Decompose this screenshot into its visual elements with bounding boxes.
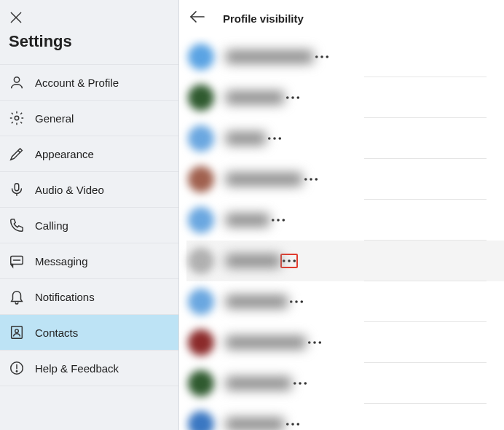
contact-row[interactable] xyxy=(186,77,504,118)
more-icon xyxy=(286,418,300,430)
contact-name xyxy=(226,214,269,227)
svg-point-39 xyxy=(304,382,307,385)
svg-point-17 xyxy=(291,96,294,99)
contacts-icon xyxy=(9,324,25,340)
svg-point-26 xyxy=(277,219,280,222)
sidebar-item-calling[interactable]: Calling xyxy=(0,207,178,243)
svg-point-22 xyxy=(304,178,307,181)
more-button[interactable] xyxy=(306,335,323,350)
svg-point-37 xyxy=(294,382,296,385)
contact-row[interactable] xyxy=(186,241,504,281)
sidebar-item-contacts[interactable]: Contacts xyxy=(0,314,178,350)
avatar xyxy=(188,329,214,356)
contact-row[interactable] xyxy=(186,322,504,363)
more-button[interactable] xyxy=(269,213,287,227)
more-button[interactable] xyxy=(284,417,302,430)
sidebar-item-label: Messaging xyxy=(35,255,88,267)
svg-point-32 xyxy=(295,300,298,303)
gear-icon xyxy=(9,110,25,126)
svg-point-13 xyxy=(315,55,318,58)
close-button[interactable] xyxy=(0,0,178,28)
sidebar-item-messaging[interactable]: Messaging xyxy=(0,243,178,278)
sidebar-item-audio-video[interactable]: Audio & Video xyxy=(0,171,178,207)
contact-row[interactable] xyxy=(186,118,504,159)
svg-point-35 xyxy=(313,341,316,344)
sidebar-item-notifications[interactable]: Notifications xyxy=(0,278,178,314)
back-button[interactable] xyxy=(189,10,205,26)
more-icon xyxy=(307,337,322,348)
svg-point-33 xyxy=(300,300,303,303)
sidebar-item-label: Audio & Video xyxy=(35,184,104,196)
svg-point-19 xyxy=(268,137,271,140)
mic-icon xyxy=(9,181,25,198)
sidebar-item-label: Account & Profile xyxy=(35,77,119,89)
more-button[interactable] xyxy=(302,172,320,187)
svg-point-3 xyxy=(15,116,19,120)
more-icon xyxy=(286,92,300,103)
main-header: Profile visibility xyxy=(179,0,504,36)
sidebar-item-label: Help & Feedback xyxy=(35,362,119,375)
more-button[interactable] xyxy=(266,131,283,146)
contact-name xyxy=(226,132,266,145)
svg-point-29 xyxy=(288,259,291,262)
sidebar-item-label: Notifications xyxy=(35,291,95,303)
more-button[interactable] xyxy=(313,50,331,64)
phone-icon xyxy=(9,217,25,233)
svg-point-30 xyxy=(293,259,296,262)
avatar xyxy=(188,85,214,111)
sidebar-item-appearance[interactable]: Appearance xyxy=(0,136,178,171)
contact-name xyxy=(226,173,302,186)
sidebar-item-general[interactable]: General xyxy=(0,100,178,136)
contact-name xyxy=(226,254,280,267)
back-arrow-icon xyxy=(189,10,205,23)
more-icon xyxy=(282,255,296,267)
svg-point-25 xyxy=(272,219,275,222)
avatar xyxy=(188,289,214,315)
svg-point-42 xyxy=(296,423,299,426)
svg-point-14 xyxy=(320,55,323,58)
contact-name xyxy=(226,418,284,430)
more-button[interactable] xyxy=(280,254,298,268)
contact-name xyxy=(226,50,313,63)
svg-point-38 xyxy=(299,382,302,385)
svg-point-2 xyxy=(14,77,19,82)
sidebar-item-help-feedback[interactable]: Help & Feedback xyxy=(0,350,178,386)
svg-point-21 xyxy=(278,137,281,140)
contact-row[interactable] xyxy=(186,159,504,200)
svg-point-41 xyxy=(291,423,294,426)
account-icon xyxy=(9,74,25,90)
brush-icon xyxy=(9,146,25,162)
svg-point-23 xyxy=(310,178,312,181)
avatar xyxy=(188,370,214,396)
sidebar-item-label: Calling xyxy=(35,219,68,232)
svg-point-27 xyxy=(282,219,285,222)
more-button[interactable] xyxy=(291,376,309,391)
contact-row[interactable] xyxy=(186,281,504,322)
svg-point-36 xyxy=(318,341,321,344)
contact-name xyxy=(226,336,306,349)
more-button[interactable] xyxy=(288,294,305,309)
more-icon xyxy=(304,173,318,185)
sidebar-item-label: Contacts xyxy=(35,327,78,339)
more-button[interactable] xyxy=(284,90,302,105)
svg-point-16 xyxy=(286,96,289,99)
svg-point-24 xyxy=(315,178,318,181)
svg-point-8 xyxy=(15,329,19,333)
contact-row[interactable] xyxy=(186,363,504,404)
more-icon xyxy=(293,378,307,389)
contact-row[interactable] xyxy=(186,200,504,241)
avatar xyxy=(188,44,214,70)
svg-rect-4 xyxy=(15,184,19,191)
svg-point-34 xyxy=(308,341,311,344)
contact-row[interactable] xyxy=(186,404,504,430)
avatar xyxy=(188,248,214,274)
contact-name xyxy=(226,377,291,390)
sidebar-item-account-profile[interactable]: Account & Profile xyxy=(0,64,178,100)
avatar xyxy=(188,207,214,233)
settings-sidebar: Settings Account & ProfileGeneralAppeara… xyxy=(0,0,179,430)
avatar xyxy=(188,125,214,152)
contacts-list xyxy=(179,36,504,430)
contact-row[interactable] xyxy=(186,36,504,77)
avatar xyxy=(188,166,214,192)
more-icon xyxy=(267,133,282,144)
